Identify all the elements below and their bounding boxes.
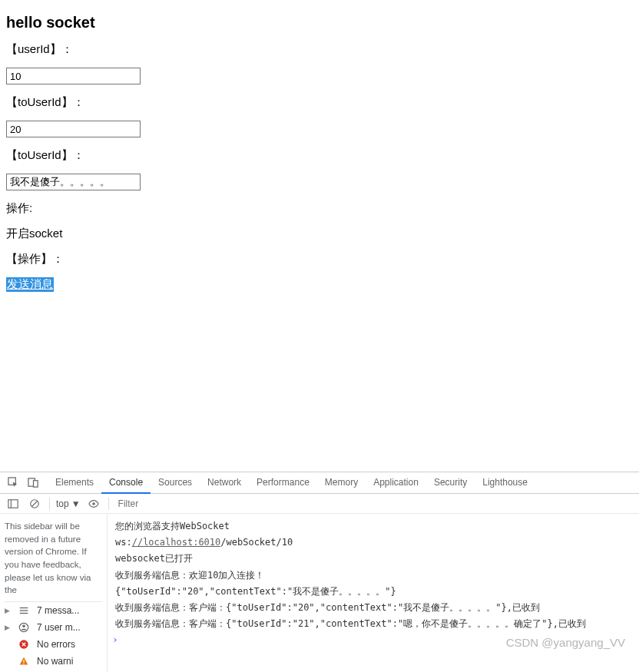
- svg-line-6: [32, 501, 38, 506]
- error-icon: [18, 638, 30, 650]
- chevron-down-icon: ▼: [71, 498, 81, 509]
- tab-application[interactable]: Application: [366, 472, 426, 493]
- console-log-line: 您的浏览器支持WebSocket: [108, 518, 639, 535]
- content-label: 【toUserId】：: [6, 148, 633, 163]
- touserid-label: 【toUserId】：: [6, 95, 633, 110]
- sidebar-item-label: 7 messa...: [37, 605, 79, 616]
- svg-point-7: [92, 502, 95, 505]
- console-prompt[interactable]: ›: [108, 632, 639, 647]
- action2-label: 【操作】：: [6, 252, 633, 266]
- console-sidebar: This sidebar will be removed in a future…: [0, 514, 108, 672]
- device-toggle-icon[interactable]: [27, 477, 39, 489]
- tab-sources[interactable]: Sources: [151, 472, 200, 493]
- tab-performance[interactable]: Performance: [249, 472, 317, 493]
- tab-console[interactable]: Console: [101, 472, 151, 494]
- tab-network[interactable]: Network: [200, 472, 249, 493]
- sidebar-item[interactable]: No warni: [5, 653, 102, 670]
- devtools-panel: ElementsConsoleSourcesNetworkPerformance…: [0, 472, 639, 672]
- open-socket-link[interactable]: 开启socket: [6, 227, 62, 240]
- action1-label: 操作:: [6, 201, 633, 216]
- console-output: 您的浏览器支持WebSocketws://localhost:6010/webS…: [108, 514, 639, 672]
- clear-console-icon[interactable]: [28, 498, 41, 510]
- sidebar-item[interactable]: No errors: [5, 636, 102, 653]
- sidebar-toggle-icon[interactable]: [7, 498, 19, 510]
- send-message-link[interactable]: 发送消息: [6, 277, 54, 292]
- filter-input[interactable]: [115, 497, 634, 511]
- user-icon: [18, 621, 30, 634]
- console-log-line: ws://localhost:6010/webSocket/10: [108, 535, 639, 551]
- warning-icon: [18, 655, 30, 667]
- tab-elements[interactable]: Elements: [48, 472, 101, 493]
- svg-rect-2: [33, 481, 38, 487]
- tab-lighthouse[interactable]: Lighthouse: [475, 472, 535, 493]
- tab-security[interactable]: Security: [426, 472, 475, 493]
- content-input[interactable]: [6, 174, 141, 190]
- console-log-line: 收到服务端信息：客户端：{"toUserId":"21","contentTex…: [108, 616, 639, 632]
- console-url-link[interactable]: //localhost:6010: [132, 537, 221, 548]
- eye-icon[interactable]: [88, 498, 100, 510]
- svg-rect-15: [23, 664, 24, 664]
- svg-rect-14: [23, 660, 24, 663]
- sidebar-item-label: 7 user m...: [37, 622, 81, 633]
- sidebar-item[interactable]: ▶7 user m...: [5, 619, 102, 636]
- userid-input[interactable]: [6, 68, 141, 84]
- svg-point-12: [22, 625, 25, 628]
- sidebar-item[interactable]: ▶7 messa...: [5, 602, 102, 619]
- inspect-icon[interactable]: [7, 477, 19, 489]
- console-toolbar: top ▼: [0, 494, 639, 514]
- console-log-line: 收到服务端信息：客户端：{"toUserId":"20","contentTex…: [108, 600, 639, 616]
- touserid-input[interactable]: [6, 121, 141, 137]
- console-log-line: {"toUserId":"20","contentText":"我不是傻子。。。…: [108, 584, 639, 600]
- sidebar-deprecation-msg: This sidebar will be removed in a future…: [5, 520, 102, 597]
- devtools-tabbar: ElementsConsoleSourcesNetworkPerformance…: [0, 472, 639, 494]
- userid-label: 【userId】：: [6, 42, 633, 57]
- chevron-right-icon: ▶: [5, 607, 11, 614]
- page-body: hello socket 【userId】： 【toUserId】： 【toUs…: [0, 0, 639, 309]
- console-log-line: websocket已打开: [108, 551, 639, 567]
- sidebar-item-label: No warni: [37, 656, 73, 667]
- list-icon: [18, 604, 30, 617]
- chevron-right-icon: ▶: [5, 624, 11, 631]
- context-dropdown[interactable]: top ▼: [56, 498, 81, 509]
- sidebar-item-label: No errors: [37, 639, 75, 650]
- svg-rect-3: [8, 499, 18, 508]
- console-log-line: 收到服务端信息：欢迎10加入连接！: [108, 568, 639, 584]
- page-title: hello socket: [6, 14, 633, 31]
- tab-memory[interactable]: Memory: [317, 472, 366, 493]
